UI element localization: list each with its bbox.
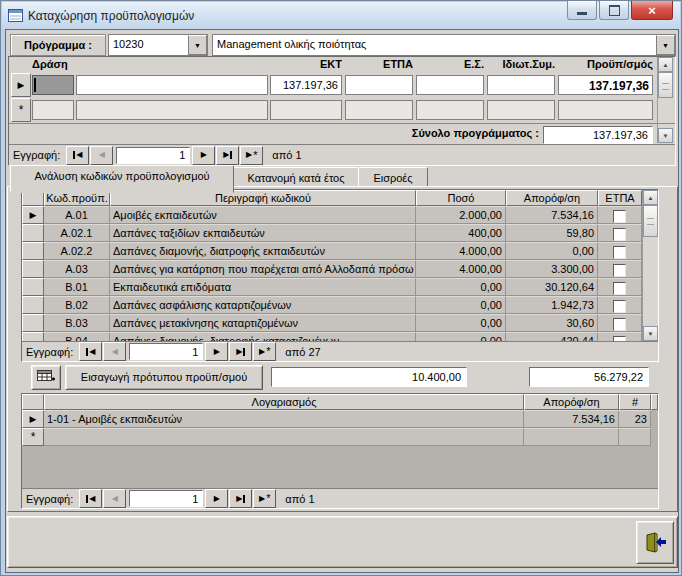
- record-position-input[interactable]: [116, 147, 190, 164]
- etpa-checkbox[interactable]: [613, 246, 626, 259]
- first-record-button[interactable]: ◀: [79, 342, 102, 361]
- budget-table-scrollbar[interactable]: ▲ ▼: [642, 190, 658, 341]
- budget-cell-etpa[interactable]: [598, 332, 642, 341]
- last-record-button[interactable]: ▶: [229, 489, 252, 508]
- new-budget-field[interactable]: [558, 100, 653, 120]
- scrollbar-thumb[interactable]: [658, 72, 673, 98]
- budget-cell-absorption[interactable]: 1.942,73: [506, 296, 598, 314]
- budget-cell-amount[interactable]: 400,00: [416, 224, 506, 242]
- previous-record-button[interactable]: ◀: [103, 342, 126, 361]
- action-code-cell-selected[interactable]: [32, 75, 74, 95]
- budget-row-selector[interactable]: [22, 296, 44, 314]
- accounts-cell-absorption[interactable]: 7.534,16: [524, 410, 619, 428]
- budget-cell-etpa[interactable]: [598, 260, 642, 278]
- budget-cell-absorption[interactable]: 420,44: [506, 332, 598, 341]
- exit-button[interactable]: [636, 521, 674, 564]
- budget-col-header-etpa[interactable]: ΕΤΠΑ: [598, 190, 642, 206]
- budget-cell-code[interactable]: B.04: [44, 332, 110, 341]
- etpa-checkbox[interactable]: [613, 228, 626, 241]
- budget-row-selector[interactable]: [22, 278, 44, 296]
- etpa-field[interactable]: [345, 75, 413, 95]
- accounts-cell-count[interactable]: 23: [619, 410, 651, 428]
- minimize-button[interactable]: [567, 1, 597, 20]
- budget-cell-code[interactable]: B.01: [44, 278, 110, 296]
- new-record-button[interactable]: ▶*: [253, 489, 276, 508]
- etpa-checkbox[interactable]: [613, 300, 626, 313]
- import-template-button[interactable]: Εισαγωγή πρότυπου προϋπ/σμού: [65, 365, 263, 390]
- budget-cell-absorption[interactable]: 59,80: [506, 224, 598, 242]
- new-record-button[interactable]: ▶*: [253, 342, 276, 361]
- budget-cell-amount[interactable]: 4.000,00: [416, 260, 506, 278]
- budget-cell-etpa[interactable]: [598, 278, 642, 296]
- next-record-button[interactable]: ▶: [205, 489, 228, 508]
- new-ekt-field[interactable]: [270, 100, 342, 120]
- budget-cell-etpa[interactable]: [598, 242, 642, 260]
- ekt-field[interactable]: 137.197,36: [270, 75, 342, 95]
- budget-cell-code[interactable]: A.02.2: [44, 242, 110, 260]
- budget-cell-absorption[interactable]: 7.534,16: [506, 206, 598, 224]
- budget-cell-code[interactable]: B.03: [44, 314, 110, 332]
- budget-cell-code[interactable]: A.03: [44, 260, 110, 278]
- budget-row-selector[interactable]: [22, 224, 44, 242]
- idiot-sym-field[interactable]: [487, 75, 555, 95]
- record-selector-current[interactable]: ▶: [11, 73, 31, 97]
- budget-cell-description[interactable]: Δαπάνες για κατάρτιση που παρέχεται από …: [110, 260, 416, 278]
- last-record-button[interactable]: ▶: [216, 146, 239, 165]
- etpa-checkbox[interactable]: [613, 264, 626, 277]
- restore-button[interactable]: [599, 1, 629, 20]
- next-record-button[interactable]: ▶: [192, 146, 215, 165]
- budget-cell-etpa[interactable]: [598, 314, 642, 332]
- program-code-dropdown-button[interactable]: ▼: [188, 35, 207, 55]
- budget-row-selector[interactable]: [22, 242, 44, 260]
- budget-cell-description[interactable]: Δαπάνες ασφάλισης καταρτιζομένων: [110, 296, 416, 314]
- scrollbar-thumb[interactable]: [643, 205, 658, 237]
- budget-cell-description[interactable]: Εκπαιδευτικά επιδόματα: [110, 278, 416, 296]
- budget-field[interactable]: 137.197,36: [558, 75, 653, 95]
- budget-cell-etpa[interactable]: [598, 206, 642, 224]
- program-name-value[interactable]: Management ολικής ποιότητας: [213, 35, 656, 55]
- etpa-checkbox[interactable]: [613, 210, 626, 223]
- add-table-button[interactable]: [31, 365, 61, 390]
- budget-cell-description[interactable]: Δαπάνες διαμονής, διατροφής εκπαιδευτών: [110, 242, 416, 260]
- program-code-combobox[interactable]: 10230 ▼: [108, 34, 208, 56]
- close-button[interactable]: ×: [631, 1, 673, 20]
- record-selector-new[interactable]: *: [11, 98, 31, 122]
- last-record-button[interactable]: ▶: [229, 342, 252, 361]
- accounts-cell-account[interactable]: 1-01 - Αμοιβές εκπαιδευτών: [44, 410, 524, 428]
- budget-col-header-amount[interactable]: Ποσό: [416, 190, 506, 206]
- budget-cell-etpa[interactable]: [598, 296, 642, 314]
- budget-cell-amount[interactable]: 2.000,00: [416, 206, 506, 224]
- new-es-field[interactable]: [416, 100, 484, 120]
- new-idiot-sym-field[interactable]: [487, 100, 555, 120]
- new-action-code-field[interactable]: [32, 100, 74, 120]
- previous-record-button[interactable]: ◀: [90, 146, 113, 165]
- accounts-col-header-account[interactable]: Λογαριασμός: [44, 394, 524, 410]
- accounts-row-selector-current[interactable]: ▶: [22, 410, 44, 428]
- new-etpa-field[interactable]: [345, 100, 413, 120]
- accounts-cell-absorption-new[interactable]: [524, 428, 619, 446]
- etpa-checkbox[interactable]: [613, 318, 626, 331]
- previous-record-button[interactable]: ◀: [103, 489, 126, 508]
- new-action-name-field[interactable]: [76, 100, 268, 120]
- budget-cell-etpa[interactable]: [598, 224, 642, 242]
- budget-cell-description[interactable]: Αμοιβές εκπαιδευτών: [110, 206, 416, 224]
- budget-row-selector[interactable]: [22, 314, 44, 332]
- budget-cell-amount[interactable]: 4.000,00: [416, 242, 506, 260]
- budget-cell-code[interactable]: A.02.1: [44, 224, 110, 242]
- next-record-button[interactable]: ▶: [205, 342, 228, 361]
- budget-cell-absorption[interactable]: 3.300,00: [506, 260, 598, 278]
- budget-col-header-absorption[interactable]: Απορόφ/ση: [506, 190, 598, 206]
- budget-cell-amount[interactable]: 0,00: [416, 332, 506, 341]
- record-position-input[interactable]: [129, 490, 203, 507]
- record-position-input[interactable]: [129, 343, 203, 360]
- budget-cell-absorption[interactable]: 0,00: [506, 242, 598, 260]
- budget-row-selector[interactable]: [22, 332, 44, 341]
- budget-row-selector[interactable]: [22, 260, 44, 278]
- first-record-button[interactable]: ◀: [66, 146, 89, 165]
- budget-row-partial[interactable]: B.04 Δαπάνες διαμονής, διατροφής καταρτι…: [22, 332, 658, 341]
- accounts-cell-count-new[interactable]: [619, 428, 651, 446]
- budget-cell-absorption[interactable]: 30,60: [506, 314, 598, 332]
- new-record-button[interactable]: ▶*: [240, 146, 263, 165]
- etpa-checkbox[interactable]: [613, 282, 626, 295]
- budget-row-selector-current[interactable]: ▶: [22, 206, 44, 224]
